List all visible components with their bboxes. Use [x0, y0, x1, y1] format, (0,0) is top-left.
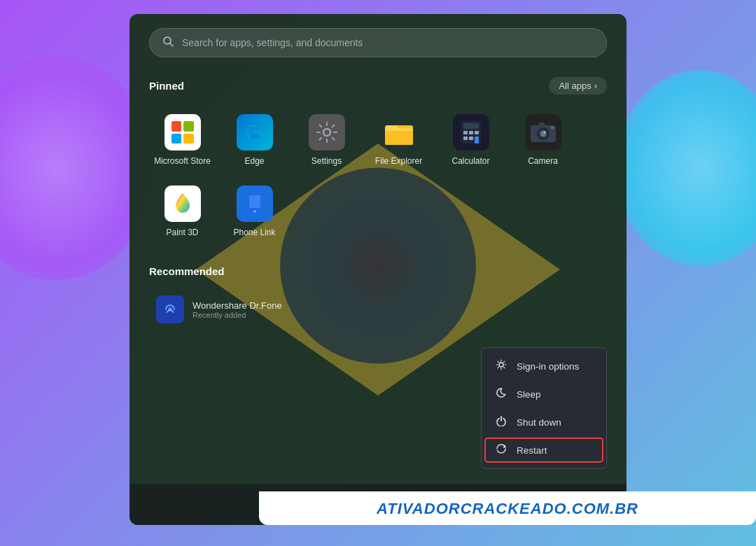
search-placeholder: Search for apps, settings, and documents: [182, 37, 594, 48]
search-icon: [162, 36, 174, 50]
sign-in-label: Sign-in options: [517, 361, 579, 372]
svg-point-19: [543, 132, 545, 134]
restart-item[interactable]: Restart: [482, 436, 606, 464]
watermark-text: ATIVADORCRACKEADO.COM.BR: [377, 500, 638, 517]
app-file-explorer[interactable]: File Explorer: [365, 107, 432, 173]
svg-point-3: [323, 129, 330, 136]
camera-icon: [525, 114, 561, 150]
recommended-section: Recommended: [149, 265, 607, 329]
app-label-settings: Settings: [312, 156, 342, 166]
calculator-icon: [453, 114, 489, 150]
app-label-camera: Camera: [528, 156, 558, 166]
wondershare-subtitle: Recently added: [192, 311, 282, 319]
sign-in-options-item[interactable]: Sign-in options: [482, 352, 606, 380]
app-label-microsoft-store: Microsoft Store: [154, 156, 211, 166]
app-camera[interactable]: Camera: [510, 107, 576, 173]
rec-item-wondershare[interactable]: Wondershare Dr.Fone Recently added: [149, 290, 380, 329]
sleep-item[interactable]: Sleep: [482, 380, 606, 408]
svg-rect-24: [249, 195, 260, 208]
watermark-bar: ATIVADORCRACKEADO.COM.BR: [259, 491, 756, 525]
microsoft-store-icon: [164, 114, 201, 150]
recommended-header: Recommended: [149, 265, 607, 277]
recommended-items: Wondershare Dr.Fone Recently added: [149, 290, 607, 329]
app-calculator[interactable]: Calculator: [438, 107, 504, 173]
restart-label: Restart: [517, 445, 547, 456]
svg-rect-14: [475, 136, 479, 144]
app-label-phone-link: Phone Link: [233, 227, 275, 237]
start-menu-wrapper: Search for apps, settings, and documents…: [130, 14, 626, 525]
svg-rect-20: [539, 122, 545, 127]
edge-icon: [237, 114, 273, 150]
app-edge[interactable]: Edge: [221, 107, 288, 173]
power-menu: Sign-in options Sleep Shut down: [481, 347, 607, 469]
restart-icon: [494, 443, 508, 457]
pinned-apps-grid: Microsoft Store: [149, 107, 607, 244]
sleep-icon: [494, 387, 508, 401]
gear-icon: [494, 359, 508, 373]
app-label-edge: Edge: [244, 156, 264, 166]
wondershare-title: Wondershare Dr.Fone: [192, 300, 282, 311]
settings-icon: [309, 114, 345, 150]
svg-point-28: [499, 363, 503, 367]
phone-link-icon: [237, 186, 273, 222]
start-menu: Search for apps, settings, and documents…: [130, 14, 626, 525]
app-label-calculator: Calculator: [451, 156, 489, 166]
all-apps-button[interactable]: All apps ›: [549, 77, 607, 94]
shut-down-item[interactable]: Shut down: [482, 408, 606, 436]
app-paint3d[interactable]: Paint 3D: [149, 178, 216, 244]
app-microsoft-store[interactable]: Microsoft Store: [149, 107, 216, 173]
chevron-right-icon: ›: [594, 80, 597, 91]
wondershare-info: Wondershare Dr.Fone Recently added: [192, 300, 282, 319]
svg-line-1: [170, 43, 173, 46]
svg-rect-11: [475, 131, 479, 134]
app-label-paint3d: Paint 3D: [166, 227, 198, 237]
power-icon: [494, 415, 508, 429]
sleep-label: Sleep: [517, 389, 541, 400]
shutdown-label: Shut down: [517, 417, 561, 428]
svg-rect-10: [469, 131, 473, 134]
svg-point-2: [250, 134, 261, 139]
file-explorer-icon: [381, 114, 417, 150]
pinned-section-header: Pinned All apps ›: [149, 77, 607, 94]
svg-point-25: [253, 211, 255, 213]
wondershare-icon: [156, 295, 184, 323]
recommended-title: Recommended: [149, 265, 225, 277]
paint3d-icon: [164, 186, 201, 222]
app-label-file-explorer: File Explorer: [375, 156, 422, 166]
svg-rect-12: [463, 136, 468, 140]
pinned-title: Pinned: [149, 80, 184, 92]
svg-rect-13: [469, 136, 473, 140]
app-settings[interactable]: Settings: [293, 107, 360, 173]
app-phone-link[interactable]: Phone Link: [221, 178, 288, 244]
svg-rect-6: [385, 131, 413, 145]
svg-rect-21: [551, 127, 554, 129]
svg-rect-9: [463, 131, 468, 134]
search-bar[interactable]: Search for apps, settings, and documents: [149, 28, 607, 57]
svg-rect-8: [463, 123, 479, 129]
